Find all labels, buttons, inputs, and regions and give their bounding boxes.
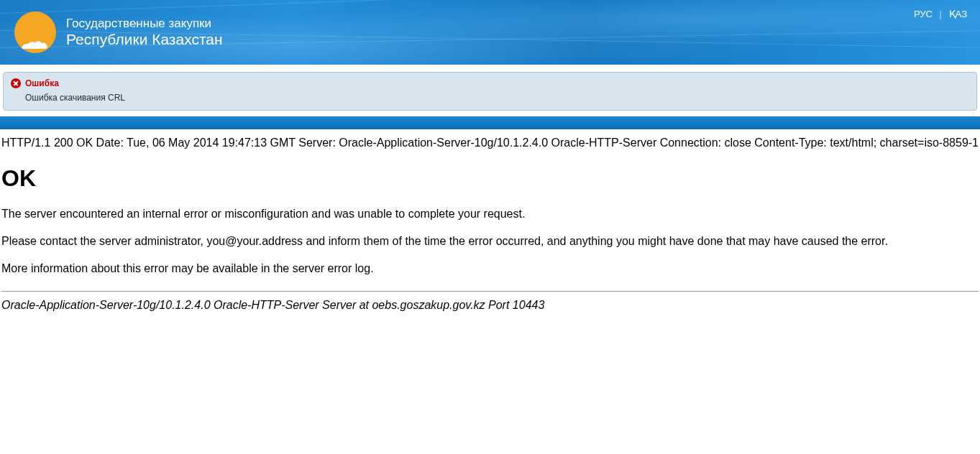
site-title-line1: Государственные закупки <box>66 17 223 31</box>
site-logo-icon <box>14 11 56 53</box>
lang-kaz-link[interactable]: ҚАЗ <box>949 9 967 19</box>
error-para-2: Please contact the server administrator,… <box>0 221 980 248</box>
lang-separator: | <box>940 9 942 19</box>
divider-strip <box>0 116 980 129</box>
logo-ornament-icon <box>20 37 49 50</box>
site-title: Государственные закупки Республики Казах… <box>66 17 223 47</box>
error-panel: Ошибка Ошибка скачивания CRL <box>3 72 977 111</box>
error-message: Ошибка скачивания CRL <box>25 93 969 103</box>
lang-rus-link[interactable]: РУС <box>914 9 933 19</box>
error-icon <box>11 78 21 88</box>
error-title: Ошибка <box>25 78 59 88</box>
server-signature: Oracle-Application-Server-10g/10.1.2.4.0… <box>0 292 980 312</box>
site-header: Государственные закупки Республики Казах… <box>0 0 980 65</box>
svg-point-2 <box>38 43 42 47</box>
http-response-line: HTTP/1.1 200 OK Date: Tue, 06 May 2014 1… <box>0 129 980 149</box>
svg-point-1 <box>31 42 35 46</box>
language-switcher: РУС | ҚАЗ <box>914 9 967 19</box>
error-para-3: More information about this error may be… <box>0 248 980 275</box>
status-heading: OK <box>0 149 980 192</box>
site-title-line2: Республики Казахстан <box>66 31 223 47</box>
svg-point-0 <box>26 44 29 47</box>
error-para-1: The server encountered an internal error… <box>0 192 980 221</box>
